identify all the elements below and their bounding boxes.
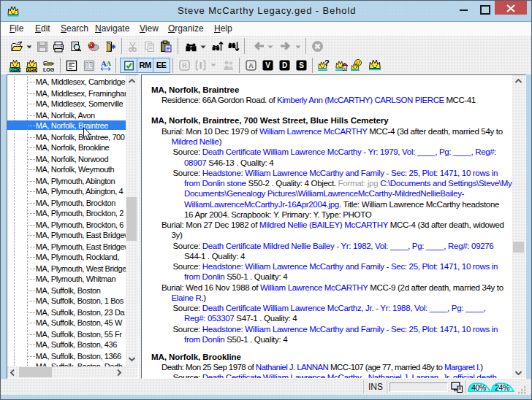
svg-text:LOG: LOG xyxy=(43,67,55,72)
svg-text:A: A xyxy=(248,62,254,69)
svg-text:D: D xyxy=(282,61,287,69)
svg-text:24%: 24% xyxy=(495,383,509,392)
svg-text:?: ? xyxy=(324,59,330,67)
svg-text:GED: GED xyxy=(27,67,37,72)
svg-text:40%: 40% xyxy=(471,383,486,392)
svg-text:A: A xyxy=(107,60,112,67)
svg-text:R: R xyxy=(182,62,187,69)
svg-text:V: V xyxy=(265,61,270,69)
svg-text:S: S xyxy=(299,61,304,69)
svg-text:BHO: BHO xyxy=(10,67,20,72)
